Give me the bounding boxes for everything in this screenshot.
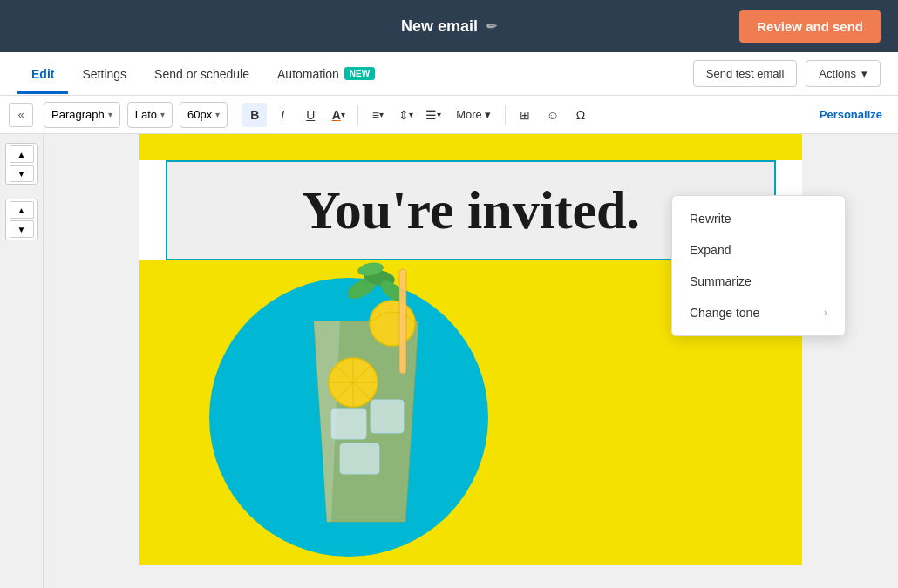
align-arrow: ▾ [379,110,384,119]
tab-automation[interactable]: Automation NEW [263,55,389,93]
context-menu-rewrite[interactable]: Rewrite [672,203,845,234]
paragraph-style-select[interactable]: Paragraph ▾ [44,102,120,128]
move-up-button[interactable]: ▲ [10,201,34,219]
font-color-button[interactable]: A ▾ [326,103,350,127]
align-icon: ≡ [372,108,379,122]
collapse-panel-button[interactable]: « [9,103,33,127]
actions-button[interactable]: Actions ▾ [806,60,881,87]
font-size-select[interactable]: 60px ▾ [180,102,228,128]
svg-rect-3 [371,400,404,433]
svg-rect-4 [340,443,379,474]
left-panel: ▲ ▼ ▲ ▼ [0,134,44,588]
underline-button[interactable]: U [298,103,323,127]
spacing-arrow: ▾ [409,110,413,119]
context-menu: Rewrite Expand Summarize Change tone › [671,195,846,336]
svg-rect-15 [399,269,406,374]
special-char-button[interactable]: Ω [568,103,593,127]
edit-title-icon[interactable]: ✏ [486,19,497,33]
svg-point-10 [370,301,415,346]
new-badge: NEW [344,67,375,80]
italic-button[interactable]: I [270,103,295,127]
context-menu-summarize[interactable]: Summarize [672,266,845,297]
scroll-up-button[interactable]: ▲ [10,145,34,163]
font-color-label: A [332,108,341,122]
align-button[interactable]: ≡ ▾ [365,103,390,127]
send-test-email-button[interactable]: Send test email [693,60,798,87]
paragraph-label: Paragraph [51,108,105,121]
toolbar-divider-2 [357,105,358,125]
formatting-toolbar: « Paragraph ▾ Lato ▾ 60px ▾ B I U A ▾ ≡ … [0,96,898,134]
email-canvas: You're invited. [44,134,898,588]
font-family-select[interactable]: Lato ▾ [127,102,173,128]
top-bar: New email ✏ Review and send [0,0,898,52]
automation-tab-label: Automation [277,67,339,81]
font-color-arrow: ▾ [341,110,345,119]
email-yellow-header [139,134,802,160]
emoji-button[interactable]: ☺ [541,103,565,127]
list-button[interactable]: ☰ ▾ [421,103,446,127]
more-label: More [456,108,482,121]
bold-button[interactable]: B [242,103,267,127]
toolbar-divider-1 [235,105,235,125]
tab-settings[interactable]: Settings [68,55,140,93]
font-family-label: Lato [135,108,157,121]
change-tone-arrow-icon: › [824,307,827,319]
expand-label: Expand [690,243,731,257]
line-spacing-icon: ⇕ [398,108,409,122]
review-send-button[interactable]: Review and send [739,10,881,43]
list-arrow: ▾ [437,110,441,119]
tab-edit[interactable]: Edit [17,55,68,93]
context-menu-change-tone[interactable]: Change tone › [672,297,845,328]
actions-label: Actions [819,67,856,80]
tab-bar: Edit Settings Send or schedule Automatio… [0,52,898,96]
more-button[interactable]: More ▾ [449,105,498,125]
personalize-button[interactable]: Personalize [813,105,889,125]
list-icon: ☰ [425,108,437,122]
insert-block-button[interactable]: ⊞ [513,103,537,127]
more-arrow-icon: ▾ [485,108,491,121]
email-title-text: New email [401,17,478,36]
font-arrow-icon: ▾ [160,110,165,119]
main-area: ▲ ▼ ▲ ▼ You're invited. [0,134,898,588]
email-title-area: New email ✏ [401,17,497,36]
lemonade-image [279,260,453,548]
actions-arrow-icon: ▾ [861,67,867,80]
font-size-label: 60px [187,108,212,121]
change-tone-label: Change tone [690,306,759,320]
tab-send-schedule[interactable]: Send or schedule [140,55,263,93]
move-down-button[interactable]: ▼ [10,220,34,238]
scroll-down-button[interactable]: ▼ [10,165,34,182]
rewrite-label: Rewrite [690,212,731,226]
paragraph-arrow-icon: ▾ [108,110,112,119]
context-menu-expand[interactable]: Expand [672,234,845,266]
svg-rect-2 [331,409,366,439]
toolbar-divider-3 [505,105,506,125]
line-spacing-button[interactable]: ⇕ ▾ [393,103,418,127]
tab-bar-actions: Send test email Actions ▾ [693,60,881,87]
summarize-label: Summarize [690,274,752,288]
size-arrow-icon: ▾ [215,110,220,119]
email-headline: You're invited. [302,180,640,240]
